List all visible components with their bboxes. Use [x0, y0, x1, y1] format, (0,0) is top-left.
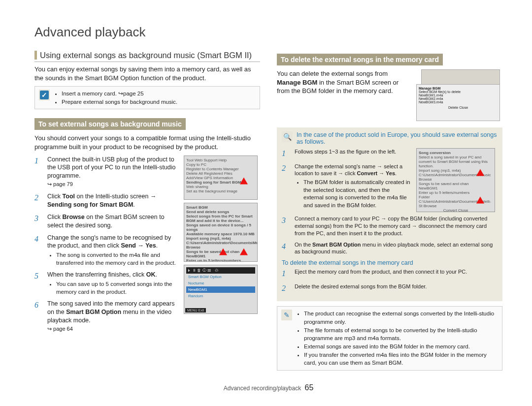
step-number: 6 [34, 300, 42, 333]
step-number: 1 [282, 148, 290, 159]
step-number: 2 [34, 192, 42, 209]
subheading-band-set: To set external songs as background musi… [34, 118, 186, 130]
left-column: Using external songs as background music… [34, 51, 260, 376]
accent-bar-icon [34, 51, 37, 60]
bottom-note: The product can recognise the external s… [277, 306, 502, 371]
step-number: 1 [34, 156, 42, 189]
callout-title: In the case of the product sold in Europ… [297, 131, 498, 145]
screenshots-stack: Tool Web Support Help Copy to PC Registe… [184, 156, 260, 337]
right-column: To delete the external songs in the memo… [277, 51, 502, 376]
intro-text-left: You can enjoy external songs by saving t… [34, 65, 260, 82]
step-number: 5 [34, 271, 42, 296]
screenshot-song-conversion: Song conversion Select a song saved in y… [416, 148, 495, 212]
note-item: Prepare external songs for background mu… [62, 98, 177, 106]
step-number: 2 [282, 163, 290, 210]
note-item: Insert a memory card. ↪page 25 [62, 90, 177, 98]
step-number: 3 [34, 213, 42, 230]
check-icon [39, 90, 50, 100]
step-number: 4 [282, 241, 290, 256]
screenshot-manage-bgm: Manage BGM Select BGM file(s) to delete … [416, 69, 502, 124]
note-item: The file formats of external songs to be… [304, 326, 498, 343]
band-intro: You should convert your songs to a compa… [34, 134, 260, 151]
page-title: Advanced playback [34, 25, 502, 40]
step-number: 1 [282, 268, 290, 279]
step-number: 3 [282, 215, 290, 237]
page-footer: Advanced recording/playback 65 [34, 383, 502, 392]
steps-list: 1 Connect the built-in USB plug of the p… [34, 156, 179, 333]
screenshot-smart-bgm: Smart BGM Send and delete songs Select s… [184, 203, 258, 262]
magnifier-icon [282, 131, 293, 142]
europe-callout-box: In the case of the product sold in Europ… [277, 127, 502, 301]
subheading-band-delete: To delete the external songs in the memo… [277, 54, 443, 65]
screenshot-bgm-option: ⏵ ⏸ 🗑 ⓘ ☰ ⚙ Smart BGM Option Nocturne Ne… [184, 265, 258, 314]
note-item: If you transfer the converted m4a files … [304, 351, 498, 367]
page-number: 65 [304, 383, 313, 392]
pencil-icon [281, 310, 292, 320]
step-number: 2 [282, 283, 290, 294]
section-heading-left: Using external songs as background music… [34, 51, 260, 62]
screenshot-tool-menu: Tool Web Support Help Copy to PC Registe… [184, 156, 258, 200]
note-item: External songs are saved into the BGM fo… [304, 343, 498, 351]
step-number: 4 [34, 234, 42, 267]
delete-intro: You can delete the external songs from M… [277, 69, 411, 123]
note-item: The product can recognise the external s… [304, 310, 498, 326]
delete-subheading: To delete the external songs in the memo… [282, 259, 498, 266]
prerequisite-note: Insert a memory card. ↪page 25 Prepare e… [34, 86, 260, 109]
